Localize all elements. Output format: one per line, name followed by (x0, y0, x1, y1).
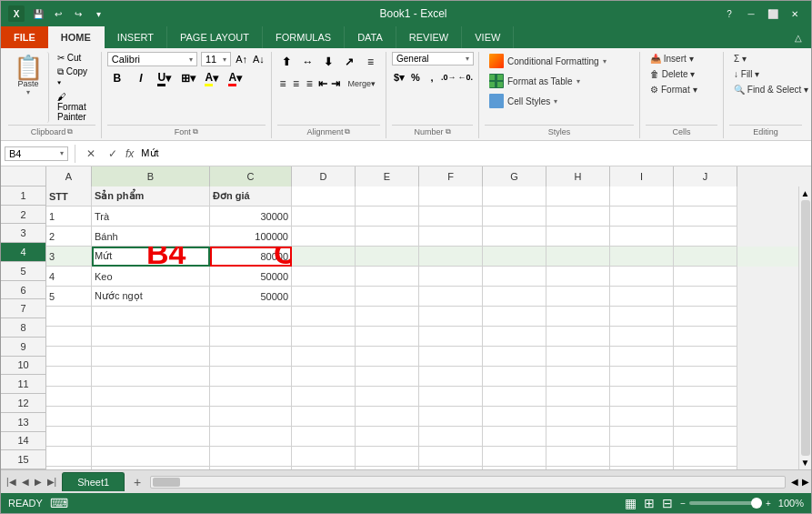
col-header-b[interactable]: B (92, 166, 210, 186)
row-header-13[interactable]: 13 (1, 413, 45, 432)
wrap-text-button[interactable]: ≡ (361, 52, 380, 72)
close-button[interactable]: ✕ (786, 5, 804, 23)
increase-decimal-button[interactable]: ←0. (457, 67, 473, 87)
cell-b3[interactable]: Bánh (92, 227, 210, 247)
col-header-c[interactable]: C (210, 166, 292, 186)
formula-input[interactable]: Mứt (137, 147, 807, 159)
cell-e4[interactable] (356, 247, 419, 267)
cell-j3[interactable] (674, 227, 737, 247)
cell-c4[interactable]: 80000 C4 (210, 247, 292, 267)
font-shrink-button[interactable]: A↓ (252, 53, 266, 66)
align-bottom-button[interactable]: ⬇ (319, 52, 338, 72)
cell-i1[interactable] (610, 186, 674, 207)
scroll-up-button[interactable]: ▲ (801, 188, 810, 198)
page-layout-button[interactable]: ⊞ (644, 496, 655, 510)
bold-button[interactable]: B (107, 68, 127, 88)
normal-view-button[interactable]: ▦ (625, 496, 637, 510)
tab-insert[interactable]: INSERT (105, 26, 167, 48)
cell-h2[interactable] (546, 207, 610, 227)
fill-color-button[interactable]: A▾ (202, 68, 222, 88)
cut-button[interactable]: ✂ Cut (55, 52, 95, 64)
align-left-button[interactable]: ≡ (277, 74, 289, 94)
cell-g4[interactable] (483, 247, 546, 267)
add-sheet-button[interactable]: + (128, 473, 146, 491)
cell-f1[interactable] (419, 186, 483, 207)
cell-g5[interactable] (483, 267, 546, 287)
row-header-3[interactable]: 3 (1, 224, 45, 243)
cell-e3[interactable] (356, 227, 419, 247)
restore-button[interactable]: ⬜ (764, 5, 782, 23)
col-header-j[interactable]: J (674, 166, 737, 186)
col-header-e[interactable]: E (356, 166, 419, 186)
row-header-8[interactable]: 8 (1, 318, 45, 338)
merge-button[interactable]: Merge▾ (343, 74, 380, 94)
zoom-thumb[interactable] (751, 498, 762, 509)
zoom-in-button[interactable]: + (766, 499, 771, 509)
cell-f2[interactable] (419, 207, 483, 227)
scroll-thumb-h[interactable] (153, 478, 180, 487)
insert-cells-button[interactable]: 📥 Insert ▾ (646, 52, 717, 66)
font-size-dropdown[interactable]: 11 ▾ (201, 52, 231, 66)
cell-j2[interactable] (674, 207, 737, 227)
row-header-5[interactable]: 5 (1, 262, 45, 281)
cell-f6[interactable] (419, 287, 483, 307)
zoom-out-button[interactable]: − (680, 499, 686, 509)
cell-b6[interactable]: Nước ngọt (92, 287, 210, 307)
name-box[interactable]: B4 ▾ (5, 146, 68, 161)
ribbon-collapse-button[interactable]: △ (789, 28, 807, 46)
confirm-formula-button[interactable]: ✓ (104, 145, 122, 163)
cell-g6[interactable] (483, 287, 546, 307)
cell-j4[interactable] (674, 247, 737, 267)
format-as-table-button[interactable]: Format as Table ▾ (485, 72, 634, 90)
tab-review[interactable]: REVIEW (396, 26, 462, 48)
tab-last-button[interactable]: ▶| (45, 475, 59, 489)
undo-qa-button[interactable]: ↩ (50, 5, 66, 22)
row-header-7[interactable]: 7 (1, 299, 45, 318)
align-top-button[interactable]: ⬆ (277, 52, 296, 72)
cell-a4[interactable]: 3 (46, 247, 92, 267)
cell-f5[interactable] (419, 267, 483, 287)
cell-d2[interactable] (292, 207, 356, 227)
macro-icon[interactable]: ⌨ (50, 496, 68, 510)
tab-page-layout[interactable]: PAGE LAYOUT (167, 26, 263, 48)
comma-button[interactable]: , (425, 67, 439, 87)
number-format-dropdown[interactable]: General ▾ (392, 52, 474, 66)
tab-view[interactable]: VIEW (462, 26, 514, 48)
cell-i5[interactable] (610, 267, 674, 287)
orientation-button[interactable]: ↗ (340, 52, 359, 72)
paste-button[interactable]: 📋 Paste ▾ (8, 52, 49, 123)
cell-h1[interactable] (546, 186, 610, 207)
row-header-10[interactable]: 10 (1, 357, 45, 376)
sheet-tab-sheet1[interactable]: Sheet1 (62, 472, 125, 491)
row-header-12[interactable]: 12 (1, 394, 45, 413)
cell-b2[interactable]: Trà (92, 207, 210, 227)
cell-h6[interactable] (546, 287, 610, 307)
row-header-4[interactable]: 4 (1, 243, 45, 262)
tab-file[interactable]: FILE (1, 26, 48, 48)
row-header-9[interactable]: 9 (1, 338, 45, 357)
cell-a6[interactable]: 5 (46, 287, 92, 307)
cell-d5[interactable] (292, 267, 356, 287)
cell-a2[interactable]: 1 (46, 207, 92, 227)
cell-b5[interactable]: Keo (92, 267, 210, 287)
tab-prev-button[interactable]: ◀ (20, 475, 31, 489)
cell-g3[interactable] (483, 227, 546, 247)
decrease-indent-button[interactable]: ⇤ (316, 74, 328, 94)
align-right-button[interactable]: ≡ (304, 74, 316, 94)
clipboard-expand-icon[interactable]: ⧉ (67, 127, 73, 136)
row-header-2[interactable]: 2 (1, 206, 45, 225)
cell-d1[interactable] (292, 186, 356, 207)
fill-button[interactable]: ↓ Fill ▾ (729, 67, 802, 81)
tab-next-button[interactable]: ▶ (33, 475, 44, 489)
italic-button[interactable]: I (131, 68, 151, 88)
cell-c2[interactable]: 30000 (210, 207, 292, 227)
cell-j6[interactable] (674, 287, 737, 307)
cell-d4[interactable] (292, 247, 356, 267)
cell-e2[interactable] (356, 207, 419, 227)
font-grow-button[interactable]: A↑ (235, 53, 248, 66)
cell-c1[interactable]: Đơn giá (210, 186, 292, 207)
format-painter-button[interactable]: 🖌 Format Painter (55, 91, 95, 123)
row-header-11[interactable]: 11 (1, 375, 45, 394)
save-qa-button[interactable]: 💾 (30, 5, 46, 22)
alignment-expand-icon[interactable]: ⧉ (345, 127, 350, 136)
